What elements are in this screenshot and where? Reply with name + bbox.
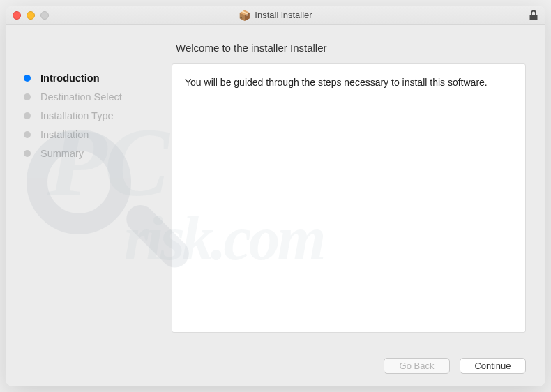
continue-button[interactable]: Continue [460, 358, 526, 374]
step-dot-icon [24, 131, 31, 138]
lock-button[interactable] [529, 10, 538, 21]
go-back-button: Go Back [384, 358, 450, 374]
page-title: Welcome to the installer Installer [176, 42, 526, 54]
close-window-button[interactable] [13, 11, 21, 20]
window-title: 📦 Install installer [6, 10, 545, 21]
step-dot-icon [24, 112, 31, 119]
minimize-window-button[interactable] [27, 11, 35, 20]
step-dot-icon [24, 150, 31, 157]
step-label: Summary [40, 148, 84, 159]
step-sidebar: Introduction Destination Select Installa… [6, 25, 165, 347]
step-dot-icon [24, 93, 31, 100]
window-controls [13, 11, 49, 20]
step-introduction: Introduction [24, 73, 152, 84]
body-text: You will be guided through the steps nec… [185, 77, 488, 88]
content-panel: You will be guided through the steps nec… [172, 63, 526, 333]
step-destination-select: Destination Select [24, 91, 152, 103]
step-installation-type: Installation Type [24, 110, 152, 121]
step-summary: Summary [24, 148, 152, 159]
step-dot-icon [24, 75, 31, 82]
body-area: PCrisk.com Introduction Destination Sele… [6, 25, 545, 347]
lock-icon [529, 10, 538, 21]
step-installation: Installation [24, 129, 152, 140]
button-row: Go Back Continue [6, 347, 545, 386]
step-list: Introduction Destination Select Installa… [24, 73, 152, 159]
step-label: Installation Type [40, 110, 114, 121]
zoom-window-button [40, 11, 49, 20]
titlebar[interactable]: 📦 Install installer [6, 6, 545, 25]
window-title-text: Install installer [255, 10, 312, 20]
step-label: Introduction [40, 73, 100, 84]
installer-window: 📦 Install installer PCrisk.com Introduct… [6, 6, 545, 386]
step-label: Destination Select [40, 91, 122, 103]
svg-rect-0 [530, 15, 538, 20]
package-icon: 📦 [239, 10, 250, 21]
step-label: Installation [40, 129, 89, 140]
main-content: Welcome to the installer Installer You w… [165, 25, 545, 347]
